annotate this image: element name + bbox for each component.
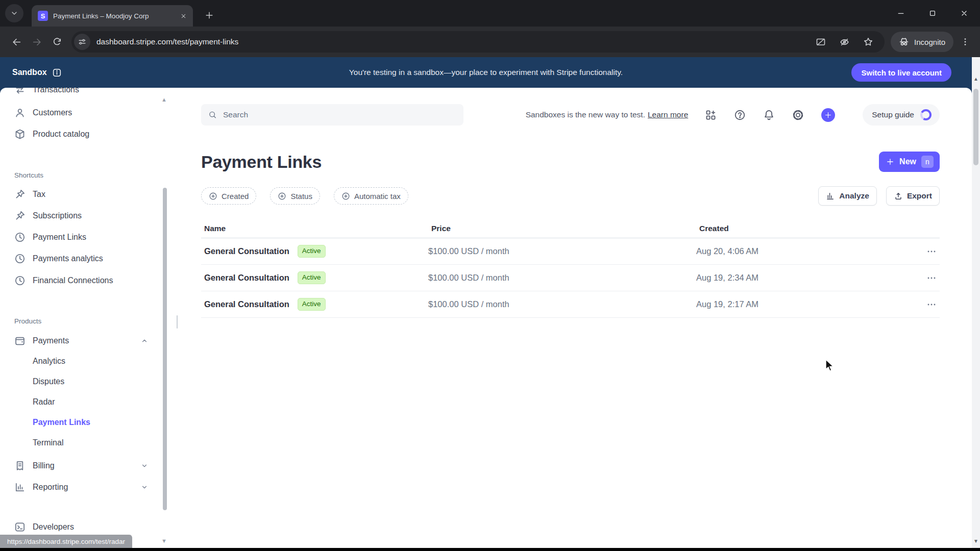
sidebar-item-disputes[interactable]: Disputes <box>14 371 148 392</box>
search-input[interactable] <box>222 110 456 120</box>
invoice-icon <box>14 460 26 471</box>
site-info-icon[interactable] <box>74 34 90 50</box>
learn-more-link[interactable]: Learn more <box>648 110 688 119</box>
sidebar-item-financial-connections[interactable]: Financial Connections <box>14 270 148 291</box>
sidebar-item-terminal[interactable]: Terminal <box>14 433 148 453</box>
gear-icon[interactable] <box>792 109 804 121</box>
circle-plus-icon <box>278 192 286 201</box>
create-button[interactable] <box>821 108 835 122</box>
apps-grid-icon[interactable] <box>705 109 717 121</box>
sidebar-item-developers[interactable]: Developers <box>14 517 148 537</box>
chevron-down-icon[interactable] <box>141 462 148 469</box>
bottom-edge <box>0 548 980 551</box>
scroll-down-arrow[interactable]: ▼ <box>972 539 980 544</box>
keyboard-shortcut-badge: n <box>921 156 934 168</box>
sidebar-item-customers[interactable]: Customers <box>14 103 148 123</box>
export-button[interactable]: Export <box>886 186 940 206</box>
stripe-favicon-icon: S <box>38 11 48 21</box>
sidebar-item-transactions[interactable]: Transactions <box>14 88 148 100</box>
table-row[interactable]: General ConsultationActive $100.00 USD /… <box>201 238 940 265</box>
analyze-button[interactable]: Analyze <box>818 186 877 206</box>
scroll-up-arrow[interactable]: ▲ <box>972 77 980 82</box>
sidebar-item-payment-links[interactable]: Payment Links <box>14 227 148 247</box>
sidebar-item-analytics[interactable]: Analytics <box>14 351 148 371</box>
scrollbar-thumb[interactable] <box>973 89 978 165</box>
tab-strip: S Payment Links – Moodjoy Corp <box>0 0 980 27</box>
person-icon <box>14 107 26 118</box>
window-controls <box>885 0 980 27</box>
tab-close-icon[interactable] <box>180 13 187 19</box>
sidebar-item-payment-links-active[interactable]: Payment Links <box>14 412 148 433</box>
setup-guide-button[interactable]: Setup guide <box>863 104 940 126</box>
url-text[interactable]: dashboard.stripe.com/test/payment-links <box>96 37 816 46</box>
browser-tab[interactable]: S Payment Links – Moodjoy Corp <box>32 5 193 27</box>
forward-button[interactable] <box>27 32 47 52</box>
switch-to-live-button[interactable]: Switch to live account <box>851 63 951 82</box>
transactions-icon <box>14 88 26 95</box>
reload-button[interactable] <box>47 32 67 52</box>
filter-status[interactable]: Status <box>270 187 320 205</box>
help-icon[interactable] <box>734 109 746 121</box>
mouse-cursor <box>825 359 837 372</box>
sidebar-item-payments-analytics[interactable]: Payments analytics <box>14 248 148 269</box>
column-header-created: Created <box>696 224 917 233</box>
table-row[interactable]: General ConsultationActive $100.00 USD /… <box>201 291 940 318</box>
sidebar-header-shortcuts: Shortcuts <box>14 168 169 182</box>
export-icon <box>894 191 903 201</box>
back-button[interactable] <box>6 32 27 52</box>
progress-ring-icon <box>920 109 932 120</box>
minimize-button[interactable] <box>885 0 917 27</box>
filter-automatic-tax[interactable]: Automatic tax <box>334 187 408 205</box>
incognito-badge[interactable]: Incognito <box>891 32 953 52</box>
new-tab-button[interactable] <box>200 6 218 24</box>
sidebar-item-billing[interactable]: Billing <box>14 456 148 476</box>
circle-plus-icon <box>209 192 217 201</box>
sidebar-scroll-down-arrow[interactable]: ▼ <box>161 538 167 544</box>
address-bar[interactable]: dashboard.stripe.com/test/payment-links <box>71 31 885 53</box>
status-badge: Active <box>298 245 326 258</box>
info-icon[interactable] <box>52 68 62 78</box>
back-icon <box>11 37 22 47</box>
sidebar-scroll-up-arrow[interactable]: ▲ <box>161 97 167 103</box>
sidebar-item-reporting[interactable]: Reporting <box>14 477 148 497</box>
incognito-label: Incognito <box>914 38 945 46</box>
row-overflow-button[interactable] <box>917 299 940 310</box>
page-scrollbar[interactable]: ▲ ▼ <box>972 57 980 548</box>
sidebar-item-tax[interactable]: Tax <box>14 184 148 205</box>
filter-created[interactable]: Created <box>201 187 256 205</box>
row-overflow-button[interactable] <box>917 246 940 257</box>
sidebar-item-product-catalog[interactable]: Product catalog <box>14 124 148 144</box>
chevron-down-icon[interactable] <box>141 484 148 491</box>
tab-search-button[interactable] <box>5 4 23 22</box>
eye-off-icon[interactable] <box>839 37 850 47</box>
bookmark-star-icon[interactable] <box>863 37 873 47</box>
payment-links-table: Name Price Created General ConsultationA… <box>201 219 940 318</box>
bell-icon[interactable] <box>763 109 775 121</box>
sidebar-item-payments[interactable]: Payments <box>14 331 148 351</box>
maximize-button[interactable] <box>917 0 948 27</box>
sidebar-item-subscriptions[interactable]: Subscriptions <box>14 206 148 226</box>
sandbox-banner: Sandbox You're testing in a sandbox—your… <box>0 57 972 88</box>
ellipsis-icon <box>926 299 937 310</box>
row-overflow-button[interactable] <box>917 273 940 283</box>
kebab-menu-icon <box>961 37 970 46</box>
sidebar-header-products: Products <box>14 314 169 328</box>
ellipsis-icon <box>926 246 937 257</box>
table-row[interactable]: General ConsultationActive $100.00 USD /… <box>201 265 940 291</box>
sandbox-label: Sandbox <box>12 68 47 77</box>
sidebar-resize-handle[interactable] <box>177 315 178 329</box>
reload-icon <box>52 37 62 47</box>
chevron-up-icon[interactable] <box>141 337 148 344</box>
pin-icon <box>14 189 26 200</box>
new-payment-link-button[interactable]: New n <box>879 152 940 172</box>
search-box[interactable] <box>201 104 463 126</box>
page-title: Payment Links <box>201 152 322 172</box>
plus-icon <box>205 11 214 20</box>
browser-menu-button[interactable] <box>957 32 974 52</box>
cast-off-icon[interactable] <box>816 37 826 47</box>
close-window-button[interactable] <box>948 0 980 27</box>
sidebar-item-radar[interactable]: Radar <box>14 392 148 412</box>
pin-icon <box>14 210 26 221</box>
analyze-chart-icon <box>826 191 835 201</box>
sidebar-scrollbar-thumb[interactable] <box>163 188 167 510</box>
